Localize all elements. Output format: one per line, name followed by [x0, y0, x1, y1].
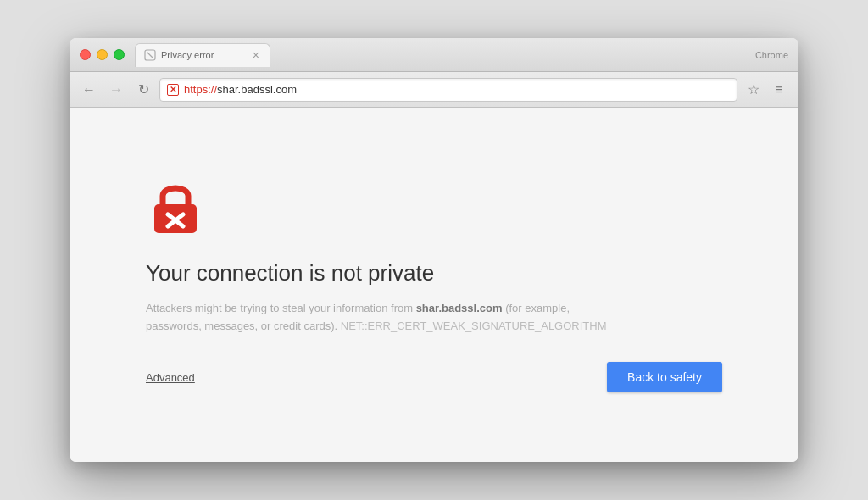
browser-window: Privacy error × Chrome ← → ↻ ✕ https://s… — [70, 38, 798, 462]
address-text: https://shar.badssl.com — [184, 83, 730, 96]
bookmark-button[interactable]: ☆ — [743, 79, 765, 101]
back-button[interactable]: ← — [78, 79, 100, 101]
error-code: NET::ERR_CERT_WEAK_SIGNATURE_ALGORITHM — [341, 319, 607, 332]
error-actions: Advanced Back to safety — [146, 362, 722, 392]
domain-text: shar.badssl.com — [217, 83, 297, 96]
security-x-icon: ✕ — [167, 84, 179, 96]
active-tab[interactable]: Privacy error × — [135, 43, 270, 67]
svg-line-1 — [147, 53, 153, 58]
security-icon: ✕ — [167, 84, 179, 96]
address-bar[interactable]: ✕ https://shar.badssl.com — [159, 78, 737, 102]
minimize-button[interactable] — [97, 49, 108, 60]
tab-bar: Privacy error × — [135, 43, 755, 67]
error-title: Your connection is not private — [146, 260, 722, 286]
traffic-lights — [80, 49, 125, 60]
title-bar: Privacy error × Chrome — [70, 38, 798, 72]
protocol-text: https:// — [184, 83, 217, 96]
reload-button[interactable]: ↻ — [132, 79, 154, 101]
tab-title: Privacy error — [161, 50, 246, 60]
lock-error-icon — [146, 177, 205, 236]
error-content: Your connection is not private Attackers… — [146, 177, 722, 393]
forward-button[interactable]: → — [105, 79, 127, 101]
advanced-link[interactable]: Advanced — [146, 371, 195, 384]
nav-icons: ☆ ≡ — [743, 79, 790, 101]
error-domain-highlight: shar.badssl.com — [416, 302, 503, 314]
nav-bar: ← → ↻ ✕ https://shar.badssl.com ☆ ≡ — [70, 72, 798, 108]
content-area: Your connection is not private Attackers… — [70, 108, 798, 462]
lock-icon-container — [146, 177, 722, 240]
tab-favicon-icon — [144, 49, 156, 61]
error-description: Attackers might be trying to steal your … — [146, 300, 620, 336]
close-button[interactable] — [80, 49, 91, 60]
back-to-safety-button[interactable]: Back to safety — [607, 362, 722, 392]
tab-close-icon[interactable]: × — [251, 49, 261, 61]
menu-button[interactable]: ≡ — [768, 79, 790, 101]
maximize-button[interactable] — [114, 49, 125, 60]
browser-label: Chrome — [755, 50, 788, 60]
